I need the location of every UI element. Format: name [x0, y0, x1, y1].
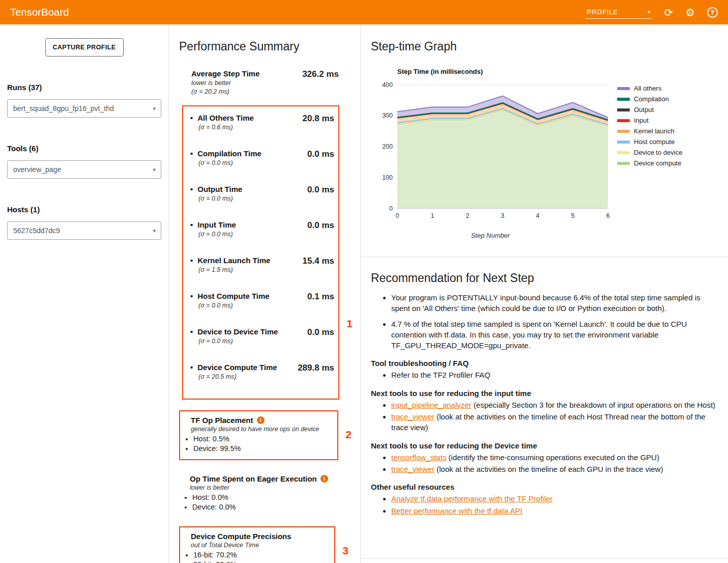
- tfdata-api-link[interactable]: Better performance with the tf.data API: [391, 506, 522, 515]
- tf-op-placement-title: TF Op Placement i: [184, 416, 332, 425]
- eager-execution-block: Op Time Spent on Eager Execution i lower…: [179, 474, 338, 511]
- main-layout: CAPTURE PROFILE Runs (37) bert_squad_8gp…: [0, 24, 728, 563]
- legend-item: Kernel launch: [617, 126, 682, 136]
- list-item: input_pipeline_analyzer (especially Sect…: [391, 400, 716, 410]
- list-item: Better performance with the tf.data API: [391, 505, 716, 516]
- metric-value: 0.1 ms: [307, 292, 334, 309]
- hosts-select-value: 5627c5dd7dc9: [13, 227, 60, 235]
- step-time-graph-title: Step-time Graph: [371, 40, 728, 53]
- settings-gear-icon[interactable]: ⚙: [685, 7, 695, 18]
- legend-swatch: [617, 162, 630, 165]
- legend-item: Input: [617, 115, 682, 126]
- runs-field: Runs (37) bert_squad_8gpu_fp16_pvt_thd ▾: [7, 83, 161, 118]
- runs-select[interactable]: bert_squad_8gpu_fp16_pvt_thd ▾: [7, 99, 161, 118]
- input-pipeline-analyzer-link[interactable]: input_pipeline_analyzer: [391, 401, 472, 409]
- list-item: Refer to the TF2 Profiler FAQ: [391, 370, 716, 380]
- top-app-bar: TensorBoard PROFILE ▾ ⟳ ⚙ ?: [0, 0, 728, 24]
- legend-label: All others: [634, 85, 661, 92]
- metric-row: All Others Time (σ = 0.6 ms) 20.8 ms: [190, 114, 334, 131]
- tensorflow-stats-link[interactable]: tensorflow_stats: [391, 453, 446, 462]
- runs-label: Runs (37): [7, 83, 161, 92]
- recommendation-bullet: 4.7 % of the total step time sampled is …: [391, 319, 716, 351]
- rec-section-resources: Other useful resources Analyze tf.data p…: [371, 483, 716, 516]
- eager-execution-note: lower is better: [183, 484, 333, 491]
- dashboard-selector[interactable]: PROFILE ▾: [586, 6, 652, 19]
- rec-section-device-time: Next tools to use for reducing the Devic…: [371, 441, 716, 475]
- metric-value: 289.8 ms: [298, 363, 334, 380]
- legend-swatch: [617, 130, 630, 133]
- hosts-select[interactable]: 5627c5dd7dc9 ▾: [7, 221, 161, 240]
- svg-text:200: 200: [382, 143, 393, 150]
- legend-label: Device compute: [634, 159, 681, 167]
- section-heading: Other useful resources: [371, 483, 716, 491]
- legend-swatch: [617, 151, 630, 154]
- chart-legend: All othersCompilationOutputInputKernel l…: [617, 83, 682, 239]
- step-time-breakdown-box: All Others Time (σ = 0.6 ms) 20.8 ms Com…: [182, 105, 339, 400]
- metric-value: 0.0 ms: [307, 185, 334, 202]
- legend-swatch: [617, 87, 630, 90]
- average-step-time-sigma: (σ = 20.2 ms): [191, 88, 259, 95]
- svg-text:2: 2: [466, 212, 470, 219]
- list-item: Analyze tf.data performance with the TF …: [391, 493, 716, 504]
- metric-row: Device to Device Time (σ = 0.0 ms) 0.0 m…: [190, 327, 334, 345]
- info-icon[interactable]: i: [257, 416, 265, 424]
- help-icon[interactable]: ?: [707, 7, 718, 18]
- svg-text:0: 0: [396, 212, 399, 219]
- metric-row: Host Compute Time (σ = 0.0 ms) 0.1 ms: [190, 292, 334, 309]
- tfdata-performance-link[interactable]: Analyze tf.data performance with the TF …: [391, 494, 552, 503]
- recommendation-title: Recommendation for Next Step: [371, 271, 716, 285]
- tools-select[interactable]: overview_page ▾: [7, 160, 161, 179]
- trace-viewer-link[interactable]: trace_viewer: [391, 465, 434, 473]
- metric-row: Input Time (σ = 0.0 ms) 0.0 ms: [190, 220, 334, 238]
- chart-title: Step Time (in milliseconds): [397, 68, 610, 75]
- capture-profile-button[interactable]: CAPTURE PROFILE: [45, 38, 124, 57]
- section-heading: Next tools to use for reducing the input…: [371, 389, 716, 398]
- section-heading: Next tools to use for reducing the Devic…: [371, 441, 716, 450]
- svg-text:5: 5: [571, 212, 575, 219]
- legend-label: Device to device: [634, 149, 682, 156]
- step-time-chart-area: Step Time (in milliseconds) 010020030040…: [371, 68, 728, 239]
- svg-text:400: 400: [382, 81, 393, 89]
- metric-value: 20.8 ms: [303, 114, 334, 131]
- legend-label: Input: [634, 117, 649, 124]
- metric-value: 0.0 ms: [307, 327, 334, 345]
- annotation-3: 3: [342, 545, 348, 557]
- section-divider: [361, 257, 728, 257]
- tools-field: Tools (6) overview_page ▾: [7, 144, 161, 179]
- reload-icon[interactable]: ⟳: [664, 7, 674, 18]
- device-compute-precisions-note: out of Total Device Time: [184, 542, 329, 549]
- annotation-2: 2: [345, 429, 352, 441]
- metric-row: Kernel Launch Time (σ = 1.5 ms) 15.4 ms: [190, 256, 334, 273]
- svg-text:3: 3: [501, 212, 505, 219]
- info-icon[interactable]: i: [321, 475, 328, 483]
- legend-item: All others: [617, 83, 682, 94]
- tf-op-placement-note: generally desired to have more ops on de…: [184, 426, 332, 433]
- list-item: 32-bit: 29.8%: [193, 560, 329, 563]
- topbar-actions: PROFILE ▾ ⟳ ⚙ ?: [586, 6, 718, 19]
- device-compute-precisions-title: Device Compute Precisions: [184, 532, 329, 541]
- average-step-time-label: Average Step Time: [191, 69, 259, 78]
- metric-row: Output Time (σ = 0.0 ms) 0.0 ms: [190, 185, 334, 202]
- metric-row: Compilation Time (σ = 0.0 ms) 0.0 ms: [190, 149, 334, 166]
- list-item: trace_viewer (look at the activities on …: [391, 464, 716, 474]
- svg-text:4: 4: [536, 212, 540, 219]
- legend-swatch: [617, 108, 630, 111]
- legend-swatch: [617, 98, 630, 101]
- chevron-down-icon: ▾: [648, 9, 651, 15]
- legend-label: Output: [634, 106, 654, 114]
- rec-section-input-time: Next tools to use for reducing the input…: [371, 389, 716, 433]
- dashboard-selector-value: PROFILE: [587, 8, 618, 16]
- legend-item: Host compute: [617, 136, 682, 147]
- svg-text:1: 1: [431, 212, 434, 219]
- legend-label: Compilation: [634, 95, 669, 103]
- legend-label: Kernel launch: [634, 127, 675, 135]
- svg-text:0: 0: [389, 205, 393, 212]
- trace-viewer-link[interactable]: trace_viewer: [391, 412, 434, 421]
- metric-row: Device Compute Time (σ = 20.5 ms) 289.8 …: [190, 363, 334, 380]
- svg-text:6: 6: [606, 212, 610, 219]
- eager-execution-list: Host: 0.0% Device: 0.0%: [183, 493, 333, 511]
- metric-value: 15.4 ms: [303, 256, 334, 273]
- list-item: Host: 0.5%: [193, 435, 332, 443]
- list-item: Host: 0.0%: [192, 493, 333, 501]
- legend-item: Device compute: [617, 158, 682, 168]
